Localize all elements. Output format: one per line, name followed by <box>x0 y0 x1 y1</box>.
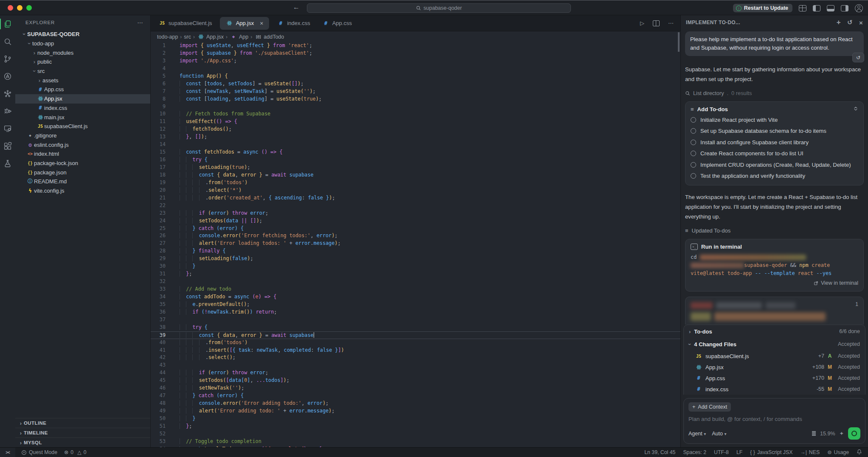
breadcrumb[interactable]: todo-app›src›App.jsx›❖App›[@]addTodo <box>151 31 680 42</box>
close-tab-icon[interactable]: × <box>260 20 263 27</box>
chat-scroll-area[interactable]: Please help me implement a to-do list ap… <box>681 30 868 325</box>
status-nes[interactable]: →|NES <box>800 449 820 455</box>
tree-item[interactable]: JSsupabaseClient.js <box>15 122 150 131</box>
notifications-bell-icon[interactable] <box>857 449 862 456</box>
code-line[interactable]: 46 setNewTask(''); <box>151 384 680 392</box>
changed-file-row[interactable]: App.jsx+108MAccepted <box>684 362 865 373</box>
activity-remote-explorer-icon[interactable] <box>0 120 15 137</box>
code-line[interactable]: 10 // Fetch todos from Supabase <box>151 110 680 118</box>
history-icon[interactable]: ↺ <box>847 19 853 26</box>
todo-checkbox[interactable] <box>691 162 696 168</box>
code-line[interactable]: 2import { supabase } from './supabaseCli… <box>151 50 680 57</box>
changed-file-row[interactable]: #App.css+170MAccepted <box>684 373 865 384</box>
code-line[interactable]: 11 useEffect(() => { <box>151 118 680 126</box>
todo-checkbox[interactable] <box>691 140 696 145</box>
code-line[interactable]: 31 }; <box>151 270 680 278</box>
code-line[interactable]: 19 .from('todos') <box>151 179 680 187</box>
code-line[interactable]: 24 setTodos(data || []); <box>151 217 680 225</box>
code-line[interactable]: 33 // Add new todo <box>151 286 680 293</box>
code-line[interactable]: 22 <box>151 202 680 210</box>
revert-message-icon[interactable]: ↺ <box>852 53 864 62</box>
tree-item[interactable]: {}package-lock.json <box>15 159 150 168</box>
problems-indicator[interactable]: ⊗0 △0 <box>64 449 86 455</box>
todo-checkbox[interactable] <box>691 128 696 134</box>
model-selector[interactable]: Auto ▾ <box>712 431 726 437</box>
code-line[interactable]: 38 try { <box>151 324 680 331</box>
code-line[interactable]: 4 <box>151 65 680 73</box>
code-line[interactable]: 53 // Toggle todo completion <box>151 438 680 446</box>
tree-item[interactable]: {}package.json <box>15 168 150 177</box>
tab-App.css[interactable]: #App.css <box>316 17 358 30</box>
code-line[interactable]: 45 setTodos([data[0], ...todos]); <box>151 377 680 384</box>
activity-debug-icon[interactable] <box>0 102 15 120</box>
todo-item[interactable]: Install and configure Supabase client li… <box>685 137 863 148</box>
code-line[interactable]: 5function App() { <box>151 73 680 80</box>
code-line[interactable]: 16 try { <box>151 156 680 164</box>
tree-item[interactable]: #App.css <box>15 85 150 94</box>
code-line[interactable]: 13 }, []); <box>151 133 680 141</box>
changed-files-row[interactable]: › 4 Changed Files Accepted <box>684 338 865 350</box>
code-line[interactable]: 8 const [loading, setLoading] = useState… <box>151 95 680 103</box>
code-line[interactable]: 28 } finally { <box>151 247 680 255</box>
changed-file-row[interactable]: JSsupabaseClient.js+7AAccepted <box>684 350 865 362</box>
code-line[interactable]: 43 <box>151 362 680 369</box>
code-line[interactable]: 39 const { data, error } = await supabas… <box>151 331 680 339</box>
command-center-search[interactable]: supabase-qoder <box>307 3 571 13</box>
code-line[interactable]: 12 fetchTodos(); <box>151 126 680 133</box>
send-button[interactable] <box>848 427 860 440</box>
breadcrumb-item[interactable]: todo-app <box>157 34 178 40</box>
toggle-panel-icon[interactable] <box>827 5 834 11</box>
tree-item[interactable]: ⓘREADME.md <box>15 177 150 186</box>
code-line[interactable]: 37 <box>151 316 680 324</box>
status-usage[interactable]: ⊚Usage <box>827 449 849 455</box>
code-line[interactable]: 15 const fetchTodos = async () => { <box>151 149 680 156</box>
code-line[interactable]: 25 } catch (error) { <box>151 225 680 233</box>
code-line[interactable]: 21 .order('created_at', { ascending: fal… <box>151 194 680 202</box>
todo-checkbox[interactable] <box>691 151 696 156</box>
todo-item[interactable]: Initialize React project with Vite <box>685 114 863 126</box>
breadcrumb-item[interactable]: src <box>184 34 191 40</box>
tab-index.css[interactable]: #index.css <box>271 17 316 30</box>
toggle-primary-sidebar-icon[interactable] <box>813 5 820 11</box>
code-line[interactable]: 27 alert('Error loading todos: ' + error… <box>151 240 680 247</box>
code-line[interactable]: 52 <box>151 430 680 438</box>
activity-extensions-icon[interactable] <box>0 137 15 154</box>
code-line[interactable]: 36 if (!newTask.trim()) return; <box>151 308 680 316</box>
sidebar-section-mysql[interactable]: ›MYSQL <box>15 437 150 447</box>
code-line[interactable]: 20 .select('*') <box>151 187 680 194</box>
status-lf[interactable]: LF <box>736 449 742 455</box>
changed-file-row[interactable]: #index.css-55MAccepted <box>684 384 865 395</box>
code-line[interactable]: 26 console.error('Error fetching todos:'… <box>151 232 680 240</box>
account-icon[interactable] <box>855 4 863 12</box>
code-line[interactable]: 49 alert('Error adding todo: ' + error.m… <box>151 407 680 415</box>
remote-indicator[interactable]: >< <box>0 448 15 457</box>
code-line[interactable]: 32 <box>151 278 680 286</box>
toggle-secondary-sidebar-icon[interactable] <box>841 5 848 11</box>
activity-source-control-icon[interactable] <box>0 50 15 67</box>
code-line[interactable]: 50 } <box>151 415 680 423</box>
tree-item[interactable]: ›node_modules <box>15 48 150 57</box>
sidebar-section-timeline[interactable]: ›TIMELINE <box>15 428 150 437</box>
tab-supabaseClient.js[interactable]: JSsupabaseClient.js <box>152 17 218 30</box>
code-line[interactable]: 34 const addTodo = async (e) => { <box>151 293 680 301</box>
agent-selector[interactable]: Agent ▾ <box>688 431 706 437</box>
tree-item[interactable]: ◎eslint.config.js <box>15 140 150 149</box>
collapse-icon[interactable] <box>853 106 858 112</box>
todo-item[interactable]: Test the application and verify function… <box>685 171 863 182</box>
tree-item[interactable]: App.jsx <box>15 94 150 104</box>
tree-item[interactable]: ϟvite.config.js <box>15 186 150 196</box>
code-line[interactable]: 41 .insert([{ task: newTask, completed: … <box>151 347 680 354</box>
explorer-more-actions-icon[interactable]: ⋯ <box>137 19 143 26</box>
code-line[interactable]: 51 }; <box>151 423 680 430</box>
activity-explorer-icon[interactable] <box>0 15 15 33</box>
editor-more-actions-icon[interactable]: ⋯ <box>668 20 674 26</box>
activity-quest-icon[interactable] <box>0 67 15 85</box>
code-line[interactable]: 14 <box>151 141 680 149</box>
code-line[interactable]: 3import './App.css'; <box>151 57 680 65</box>
tree-item[interactable]: main.jsx <box>15 112 150 122</box>
todo-item[interactable]: Create React components for to-do list U… <box>685 148 863 160</box>
tree-item[interactable]: ›src <box>15 67 150 76</box>
code-line[interactable]: 35 e.preventDefault(); <box>151 301 680 308</box>
tree-item[interactable]: ›public <box>15 57 150 67</box>
tree-item[interactable]: <>index.html <box>15 149 150 159</box>
